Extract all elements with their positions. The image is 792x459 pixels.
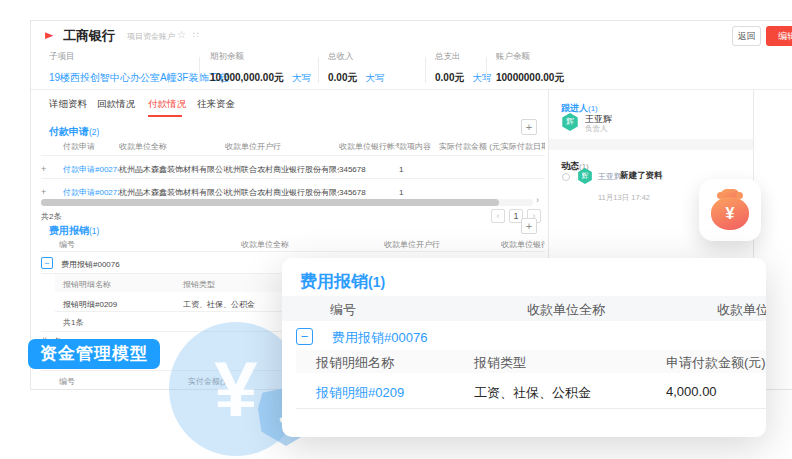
expense-zoom-panel: 费用报销(1) 编号 收款单位全称 收款单位开户行 − 费用报销#00076 报…: [282, 258, 766, 437]
collapse-row-icon[interactable]: −: [41, 257, 53, 269]
field-value: 10000000.00元: [496, 72, 564, 83]
activity-time: 11月13日 17:42: [598, 193, 650, 203]
column-header: 报销类型: [474, 354, 526, 372]
column-header: 收款单位开户行: [384, 239, 440, 250]
column-header: 收款单位开户行: [225, 141, 339, 152]
cell-bank: 杭州联合农村商业银行股份有限公司半山支行: [225, 187, 339, 198]
field-label: 账户余额: [496, 51, 564, 63]
expense-detail-link[interactable]: 报销明细#0209: [316, 384, 404, 402]
payment-table-header: 付款申请 收款单位全称 收款单位开户行 收款单位银行帐号 款项内容 实际付款金额…: [41, 135, 545, 157]
clock-icon: [562, 173, 570, 181]
follower-role: 负责人: [585, 124, 608, 134]
cell-amount: 4,000.00: [666, 384, 717, 399]
column-header: 收款单位银行帐号: [501, 239, 545, 250]
tab-payments[interactable]: 付款情况: [148, 98, 186, 111]
field-opening-balance: 期初余额 10,000,000.00元大写: [210, 51, 311, 85]
field-label: 子项目: [49, 51, 228, 63]
cell-account: 345678: [339, 188, 399, 197]
caps-link[interactable]: 大写: [292, 72, 311, 83]
payment-record-link[interactable]: 付款申请#00274: [63, 165, 119, 174]
watermark-yen-icon: ¥: [214, 344, 257, 435]
column-header: 编号: [59, 239, 75, 250]
payment-record-link[interactable]: 付款申请#00272: [63, 188, 119, 197]
cell-company: 杭州晶木森鑫装饰材料有限公司: [119, 164, 225, 175]
cell-company: 杭州晶木森鑫装饰材料有限公司: [119, 187, 225, 198]
column-header: 收款单位开户行: [717, 301, 766, 319]
expand-row-icon[interactable]: +: [41, 187, 63, 197]
field-label: 总收入: [328, 51, 384, 63]
column-header: 收款单位全称: [119, 141, 225, 152]
edit-button[interactable]: 编辑: [766, 26, 792, 46]
prev-page-icon[interactable]: ‹: [491, 209, 505, 223]
field-value: 0.00元: [435, 72, 464, 83]
money-bag-icon[interactable]: ¥: [699, 179, 761, 241]
tab-funds[interactable]: 往来资金: [197, 98, 235, 111]
column-header: 实际付款金额 (元): [439, 141, 501, 152]
active-tab-underline: [148, 115, 182, 117]
column-header: 编号: [59, 376, 75, 387]
column-header: 报销明细名称: [63, 279, 111, 290]
star-icon[interactable]: ☆: [177, 29, 186, 40]
field-value: 10,000,000.00元: [210, 72, 284, 83]
expense-detail-link[interactable]: 报销明细#0209: [63, 299, 117, 310]
add-payment-button[interactable]: +: [521, 119, 537, 135]
column-header: 报销类型: [183, 279, 215, 290]
page-title: 工商银行: [63, 27, 115, 45]
divider: [31, 89, 792, 90]
field-label: 期初余额: [210, 51, 311, 63]
expand-row-icon[interactable]: +: [41, 164, 63, 174]
expense-section-title: 费用报销(1): [49, 220, 99, 238]
column-header: 收款单位全称: [527, 301, 605, 319]
divider: [41, 251, 545, 252]
avatar[interactable]: 辉: [561, 113, 579, 131]
subproject-link[interactable]: 19楼西投创智中心办公室A幢3F装饰工程: [49, 72, 228, 83]
collapse-row-icon[interactable]: −: [296, 328, 313, 345]
record-type-label: 项目资金账户: [127, 31, 175, 42]
divider: [296, 408, 766, 409]
column-header: 付款申请: [63, 141, 119, 152]
table-row: + 付款申请#00274 杭州晶木森鑫装饰材料有限公司 杭州联合农村商业银行股份…: [41, 158, 545, 180]
divider: [41, 155, 545, 156]
column-header: 收款单位银行帐号: [339, 141, 399, 152]
activity-user[interactable]: 王亚辉: [598, 171, 622, 182]
cell-expense-type: 工资、社保、公积金: [474, 384, 591, 402]
divider: [425, 57, 426, 83]
column-header: 款项内容: [399, 141, 439, 152]
field-total-income: 总收入 0.00元大写: [328, 51, 384, 85]
money-bag-glyph: ¥: [711, 189, 749, 231]
field-subproject: 子项目 19楼西投创智中心办公室A幢3F装饰工程: [49, 51, 228, 85]
section-gap: [549, 139, 753, 150]
caps-link[interactable]: 大写: [472, 72, 491, 83]
cell-expense-type: 工资、社保、公积金: [183, 299, 255, 310]
cell-content: 1: [399, 188, 439, 197]
field-total-expense: 总支出 0.00元大写: [435, 51, 491, 85]
activity-action: 新建了资料: [620, 170, 663, 182]
app-logo-icon: ▶: [45, 30, 53, 40]
column-header: 编号: [330, 301, 356, 319]
divider: [199, 57, 200, 83]
model-badge: 资金管理模型: [28, 339, 160, 369]
caps-link[interactable]: 大写: [365, 72, 384, 83]
tab-receipts[interactable]: 回款情况: [97, 98, 135, 111]
horizontal-scrollbar[interactable]: [41, 199, 533, 206]
field-account-balance: 账户余额 10000000.00元: [496, 51, 564, 85]
screenshot-stage: ▶ 工商银行 项目资金账户 ☆ ∷ 返回 编辑 子项目 19楼西投创智中心办公室…: [0, 0, 792, 459]
column-header: 报销明细名称: [316, 354, 394, 372]
divider: [41, 178, 545, 179]
cell-account: 345678: [339, 165, 399, 174]
back-button[interactable]: 返回: [732, 26, 761, 46]
column-header: 申请付款金额(元): [666, 354, 766, 372]
divider: [318, 57, 319, 83]
add-expense-button[interactable]: +: [521, 218, 537, 234]
expense-record-link[interactable]: 费用报销#00076: [332, 329, 427, 347]
field-value: 0.00元: [328, 72, 357, 83]
column-header: 实际付款日期: [501, 141, 545, 152]
scrollbar-thumb[interactable]: [41, 199, 499, 206]
expense-record-link[interactable]: 费用报销#00076: [61, 259, 120, 270]
cell-bank: 杭州联合农村商业银行股份有限公司半山支行: [225, 164, 339, 175]
panel-title: 费用报销(1): [300, 270, 385, 293]
fullscreen-icon[interactable]: ∷: [193, 30, 199, 40]
tab-detail[interactable]: 详细资料: [49, 98, 87, 111]
scroll-right-icon[interactable]: ›: [536, 195, 539, 205]
divider: [486, 57, 487, 83]
